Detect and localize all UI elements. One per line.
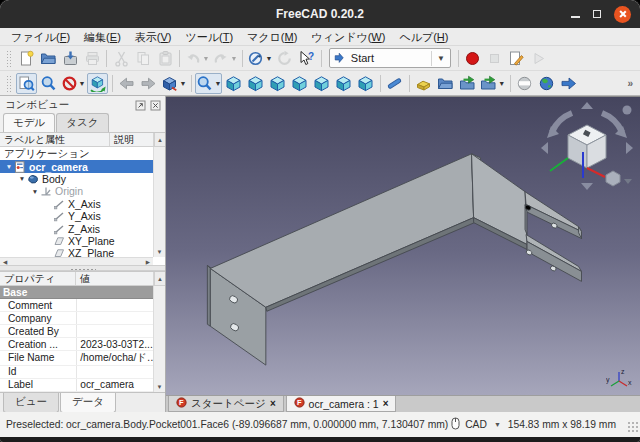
tree-scroll-right[interactable]: ▶ [146,259,150,265]
web-page-icon[interactable] [514,73,535,94]
property-value-creation[interactable]: 2023-03-03T2... [77,338,154,351]
navigation-style-icon[interactable]: ▼ [160,73,187,94]
property-scroll-up[interactable]: ▲ [154,272,165,285]
macro-edit-icon[interactable] [506,48,527,69]
menu-item-3[interactable]: ツール(T) [178,28,240,46]
tree-scroll-up[interactable]: ▲ [154,133,165,146]
paste-icon[interactable] [155,48,176,69]
select-forward-icon[interactable] [138,73,159,94]
macro-record-icon[interactable] [462,48,483,69]
view-top-icon[interactable] [267,73,288,94]
part-icon[interactable] [413,73,434,94]
workbench-selector[interactable]: Start▼ [329,48,451,68]
copy-icon[interactable] [133,48,154,69]
viewport-3d[interactable]: z y x [166,96,640,395]
minimize-button[interactable] [571,16,580,18]
tree-item-body[interactable]: ▼Body [0,173,153,185]
new-document-icon[interactable] [16,48,37,69]
save-icon[interactable] [60,48,81,69]
view-rear-icon[interactable] [311,73,332,94]
whats-this-icon[interactable]: ? [296,48,317,69]
tree-item-y-axis[interactable]: Y_Axis [0,210,153,222]
property-value-created-by[interactable] [77,325,154,338]
tree-item-x-axis[interactable]: X_Axis [0,198,153,210]
menu-item-6[interactable]: ヘルプ(H) [392,28,455,46]
expand-caret-icon[interactable]: ▼ [4,163,14,170]
undo-icon[interactable]: ▼ [184,48,211,69]
navigation-style-dropdown[interactable]: ▼ [494,421,501,428]
property-scroll-down[interactable]: ▼ [157,384,163,390]
menu-item-4[interactable]: マクロ(M) [240,28,304,46]
edit-mode-icon[interactable]: ▼ [246,48,273,69]
view-isometric-icon[interactable] [87,73,108,94]
tree-scroll-left[interactable]: ◀ [3,259,7,265]
macro-play-icon[interactable] [528,48,549,69]
workbench-dropdown[interactable]: ▼ [431,51,447,66]
property-value-id[interactable] [77,365,154,378]
property-tab-1[interactable]: データ [60,393,116,413]
tree-item-0[interactable]: アプリケーション [0,148,153,160]
tree-item-ocr-camera[interactable]: ▼ocr_camera [0,160,153,172]
maximize-button[interactable] [593,10,601,18]
tree-horizontal-scrollbar[interactable]: ◀▶ [0,257,153,265]
open-document-icon[interactable] [38,48,59,69]
property-value-company[interactable] [77,312,154,325]
documents-folder-icon[interactable] [435,73,456,94]
navigation-cube[interactable] [539,100,635,192]
property-group-base[interactable]: Base [0,286,154,299]
menu-item-1[interactable]: 編集(E) [77,28,128,46]
panel-close-icon[interactable] [149,99,161,111]
tree-item-z-axis[interactable]: Z_Axis [0,222,153,234]
property-value-file-name[interactable]: /home/ocha/ド… [77,350,154,365]
panel-float-icon[interactable] [134,99,146,111]
mdi-tab-close-icon[interactable]: × [270,398,276,409]
tree-item-origin[interactable]: ▼Origin [0,185,153,197]
toolbar-overflow[interactable]: » [627,78,633,89]
menu-item-5[interactable]: ウィンドウ(W) [304,28,392,46]
expand-caret-icon[interactable]: ▼ [30,188,40,195]
view-fit-all-icon[interactable] [16,73,37,94]
view-right-icon[interactable] [289,73,310,94]
draw-style-icon[interactable]: ▼ [60,73,87,94]
property-value-comment[interactable] [77,299,154,312]
view-toolbar-handle[interactable] [6,75,12,92]
resize-grip[interactable] [627,421,638,432]
macro-stop-icon[interactable] [484,48,505,69]
refresh-icon[interactable] [274,48,295,69]
print-icon[interactable] [82,48,103,69]
property-value-label[interactable]: ocr_camera [77,378,154,391]
tree-vertical-scrollbar[interactable]: ▼ [153,147,165,257]
combo-tab-1[interactable]: タスク [56,113,108,132]
property-tab-0[interactable]: ビュー [3,393,59,413]
navigation-style-value[interactable]: CAD [465,419,487,430]
view-left-icon[interactable] [355,73,376,94]
export-alt-icon[interactable]: ▼ [479,73,506,94]
tree-scroll-down[interactable]: ▼ [157,249,163,255]
property-vertical-scrollbar[interactable]: ▼ [153,286,165,392]
export-icon[interactable] [457,73,478,94]
cut-icon[interactable] [111,48,132,69]
view-bottom-icon[interactable] [333,73,354,94]
property-value-last-modi[interactable] [77,391,154,392]
titlebar[interactable]: FreeCAD 0.20.2 [0,0,640,28]
panel-splitter[interactable] [0,265,165,271]
view-front-icon[interactable] [245,73,266,94]
mdi-tab-close-icon[interactable]: × [383,398,389,409]
menu-item-2[interactable]: 表示(V) [128,28,179,46]
forward-nav-icon[interactable] [558,73,579,94]
tree-item-xy-plane[interactable]: XY_Plane [0,235,153,247]
mdi-tab-1[interactable]: Focr_camera : 1× [286,396,397,412]
expand-caret-icon[interactable]: ▼ [17,175,27,182]
redo-icon[interactable]: ▼ [211,48,238,69]
menu-item-0[interactable]: ファイル(F) [4,28,77,46]
combo-tab-0[interactable]: モデル [3,113,55,132]
file-toolbar-handle[interactable] [6,50,12,67]
select-back-icon[interactable] [116,73,137,94]
website-icon[interactable] [536,73,557,94]
close-button[interactable] [614,6,631,23]
view-axonometric-icon[interactable] [223,73,244,94]
measure-distance-icon[interactable] [384,73,405,94]
zoom-tools-icon[interactable]: ▼ [195,73,222,94]
mdi-tab-0[interactable]: Fスタートページ× [168,396,284,412]
view-fit-selection-icon[interactable] [38,73,59,94]
